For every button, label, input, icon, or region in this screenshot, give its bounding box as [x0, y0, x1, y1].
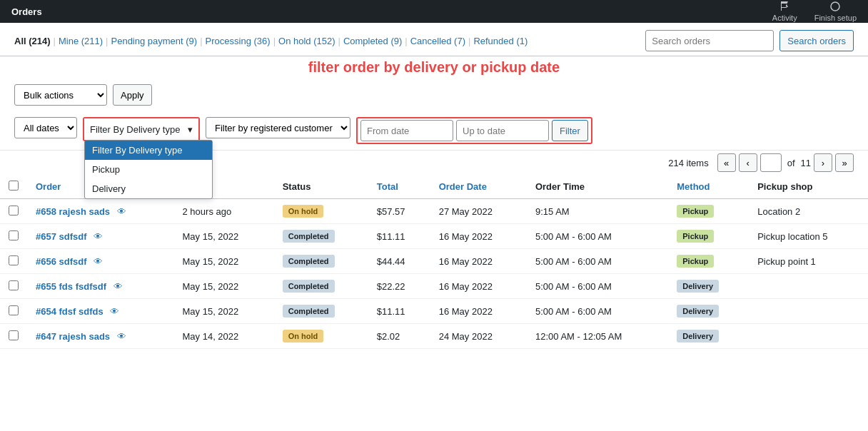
row-total: $44.44	[368, 249, 430, 274]
row-order-time: 5:00 AM - 6:00 AM	[527, 249, 668, 274]
delivery-type-wrapper: Filter By Delivery type ▾ Filter By Deli…	[83, 117, 200, 141]
next-page-button[interactable]: ›	[814, 153, 832, 172]
status-badge: Completed	[283, 305, 335, 318]
tab-mine[interactable]: Mine (211)	[59, 36, 103, 46]
dropdown-item-delivery[interactable]: Delivery	[85, 179, 212, 198]
row-pickup-shop	[749, 324, 868, 349]
last-page-button[interactable]: »	[835, 153, 854, 172]
from-date-input[interactable]	[360, 120, 453, 141]
row-order-date: 16 May 2022	[430, 299, 527, 324]
row-total: $2.02	[368, 324, 430, 349]
row-order-date: 27 May 2022	[430, 199, 527, 224]
row-pickup-shop	[749, 299, 868, 324]
col-order-date[interactable]: Order Date	[430, 175, 527, 199]
delivery-type-button[interactable]: Filter By Delivery type ▾	[84, 118, 198, 140]
tab-completed[interactable]: Completed (9)	[343, 36, 402, 46]
order-link[interactable]: #655 fds fsdfsdf	[36, 281, 106, 292]
bulk-actions-select[interactable]: Bulk actions	[14, 84, 107, 106]
flag-icon	[779, 1, 790, 12]
page-title: Orders	[11, 6, 42, 17]
row-order-date: 16 May 2022	[430, 224, 527, 249]
view-icon[interactable]: 👁	[117, 331, 126, 342]
row-total: $11.11	[368, 299, 430, 324]
view-icon[interactable]: 👁	[94, 231, 103, 242]
view-icon[interactable]: 👁	[94, 256, 103, 267]
row-order-time: 5:00 AM - 6:00 AM	[527, 299, 668, 324]
top-bar-actions: Activity Finish setup	[772, 1, 857, 22]
col-pickup-shop: Pickup shop	[749, 175, 868, 199]
tab-pending[interactable]: Pending payment (9)	[111, 36, 198, 46]
order-link[interactable]: #657 sdfsdf	[36, 231, 87, 242]
row-checkbox[interactable]	[9, 305, 19, 315]
order-link[interactable]: #654 fdsf sdfds	[36, 306, 104, 317]
search-input[interactable]	[645, 30, 774, 51]
row-date: May 15, 2022	[174, 249, 274, 274]
table-row: #654 fdsf sdfds 👁 May 15, 2022 Completed…	[0, 299, 868, 324]
row-checkbox[interactable]	[9, 206, 19, 216]
order-link[interactable]: #656 sdfsdf	[36, 256, 87, 267]
table-wrapper: Order Date Status Total Order Date Order…	[0, 175, 868, 431]
svg-point-0	[831, 2, 839, 11]
row-checkbox[interactable]	[9, 230, 19, 240]
tab-all[interactable]: All (214)	[14, 36, 51, 46]
filter-row: All dates Filter By Delivery type ▾ Filt…	[0, 111, 868, 151]
delivery-type-dropdown: Filter By Delivery type Pickup Delivery	[84, 140, 213, 199]
row-order-time: 5:00 AM - 6:00 AM	[527, 274, 668, 299]
search-button[interactable]: Search orders	[779, 30, 854, 51]
row-pickup-shop: Pickup location 5	[749, 224, 868, 249]
items-count: 214 items	[668, 158, 708, 168]
order-link[interactable]: #658 rajesh sads	[36, 206, 110, 217]
view-icon[interactable]: 👁	[113, 281, 123, 292]
apply-button[interactable]: Apply	[113, 84, 152, 106]
filter-button[interactable]: Filter	[552, 120, 588, 141]
row-checkbox[interactable]	[9, 280, 19, 290]
up-to-date-input[interactable]	[456, 120, 549, 141]
row-checkbox[interactable]	[9, 330, 19, 340]
orders-tbody: #658 rajesh sads 👁 2 hours ago On hold $…	[0, 199, 868, 349]
tab-cancelled[interactable]: Cancelled (7)	[410, 36, 465, 46]
col-method[interactable]: Method	[668, 175, 749, 199]
dropdown-item-pickup[interactable]: Pickup	[85, 160, 212, 179]
method-badge: Pickup	[677, 230, 714, 243]
tab-processing[interactable]: Processing (36)	[206, 36, 271, 46]
table-row: #658 rajesh sads 👁 2 hours ago On hold $…	[0, 199, 868, 224]
finish-setup-button[interactable]: Finish setup	[814, 1, 857, 22]
toolbar-row: Bulk actions Apply	[0, 78, 868, 111]
row-date: May 14, 2022	[174, 324, 274, 349]
col-order-time: Order Time	[527, 175, 668, 199]
tab-on-hold[interactable]: On hold (152)	[278, 36, 335, 46]
row-order-date: 16 May 2022	[430, 274, 527, 299]
dropdown-item-default[interactable]: Filter By Delivery type	[85, 141, 212, 160]
row-order-time: 9:15 AM	[527, 199, 668, 224]
col-total[interactable]: Total	[368, 175, 430, 199]
first-page-button[interactable]: «	[717, 153, 736, 172]
table-row: #647 rajesh sads 👁 May 14, 2022 On hold …	[0, 324, 868, 349]
method-badge: Pickup	[677, 205, 714, 218]
row-pickup-shop: Pickup point 1	[749, 249, 868, 274]
row-date: May 15, 2022	[174, 274, 274, 299]
view-icon[interactable]: 👁	[110, 306, 119, 317]
current-page-input[interactable]: 1	[760, 153, 782, 172]
row-checkbox[interactable]	[9, 255, 19, 265]
status-badge: Completed	[283, 255, 335, 268]
row-date: May 15, 2022	[174, 224, 274, 249]
row-total: $11.11	[368, 224, 430, 249]
row-date: May 15, 2022	[174, 299, 274, 324]
method-badge: Pickup	[677, 255, 714, 268]
activity-button[interactable]: Activity	[772, 1, 797, 22]
orders-table: Order Date Status Total Order Date Order…	[0, 175, 868, 349]
prev-page-button[interactable]: ‹	[739, 153, 757, 172]
circle-icon	[829, 1, 841, 12]
customer-filter-select[interactable]: Filter by registered customer	[206, 117, 350, 138]
search-area: Search orders	[645, 30, 854, 51]
tab-refunded[interactable]: Refunded (1)	[473, 36, 528, 46]
date-filter-select[interactable]: All dates	[14, 117, 77, 138]
tabs-row: All (214) | Mine (211) | Pending payment…	[14, 36, 528, 46]
filter-annotation: filter order by delivery or pickup date	[0, 56, 868, 78]
order-link[interactable]: #647 rajesh sads	[36, 331, 110, 342]
status-badge: Completed	[283, 280, 335, 293]
row-order-time: 5:00 AM - 6:00 AM	[527, 224, 668, 249]
view-icon[interactable]: 👁	[117, 206, 126, 217]
select-all-checkbox[interactable]	[9, 181, 19, 191]
total-pages: 11	[801, 158, 811, 168]
